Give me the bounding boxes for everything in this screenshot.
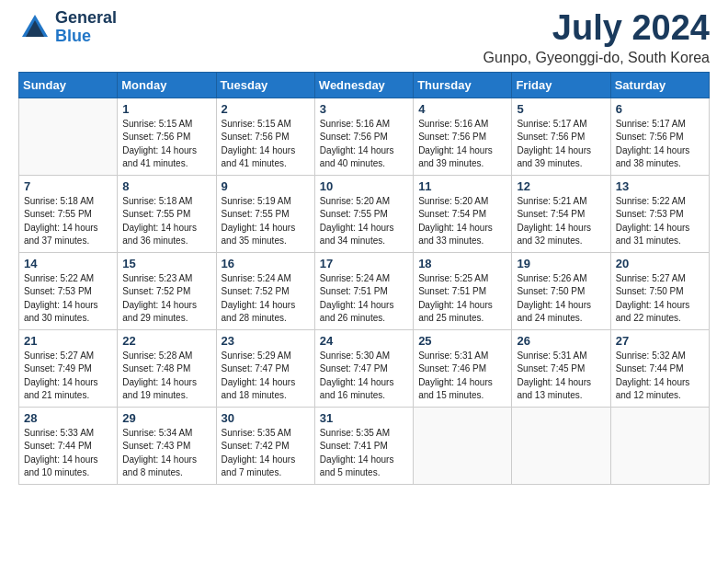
day-info: Sunrise: 5:24 AMSunset: 7:51 PMDaylight:… (320, 272, 408, 326)
day-number: 28 (24, 411, 112, 425)
weekday-header: Friday (512, 72, 610, 98)
day-info: Sunrise: 5:15 AMSunset: 7:56 PMDaylight:… (222, 118, 310, 171)
calendar-day-cell: 13Sunrise: 5:22 AMSunset: 7:53 PMDayligh… (610, 175, 709, 252)
day-info: Sunrise: 5:17 AMSunset: 7:56 PMDaylight:… (517, 118, 605, 171)
calendar-day-cell: 15Sunrise: 5:23 AMSunset: 7:52 PMDayligh… (118, 252, 216, 329)
page-header: General Blue July 2024 Gunpo, Gyeonggi-d… (18, 9, 710, 66)
calendar-day-cell (414, 407, 512, 484)
calendar-week-row: 7Sunrise: 5:18 AMSunset: 7:55 PMDaylight… (19, 175, 710, 252)
calendar-day-cell: 26Sunrise: 5:31 AMSunset: 7:45 PMDayligh… (512, 329, 610, 407)
logo-icon (18, 11, 51, 44)
calendar-day-cell: 16Sunrise: 5:24 AMSunset: 7:52 PMDayligh… (216, 252, 314, 329)
day-info: Sunrise: 5:28 AMSunset: 7:48 PMDaylight:… (122, 350, 210, 403)
calendar-table: SundayMondayTuesdayWednesdayThursdayFrid… (18, 72, 710, 485)
calendar-day-cell: 5Sunrise: 5:17 AMSunset: 7:56 PMDaylight… (512, 98, 610, 175)
day-number: 25 (418, 334, 506, 348)
weekday-header: Tuesday (216, 72, 314, 98)
calendar-day-cell: 8Sunrise: 5:18 AMSunset: 7:55 PMDaylight… (118, 175, 216, 252)
logo: General Blue (18, 9, 117, 46)
day-number: 22 (122, 334, 210, 348)
day-number: 17 (320, 257, 408, 270)
month-title: July 2024 (483, 9, 710, 48)
day-info: Sunrise: 5:21 AMSunset: 7:54 PMDaylight:… (517, 195, 605, 248)
day-info: Sunrise: 5:23 AMSunset: 7:52 PMDaylight:… (122, 272, 210, 326)
day-info: Sunrise: 5:20 AMSunset: 7:55 PMDaylight:… (320, 195, 408, 248)
day-info: Sunrise: 5:22 AMSunset: 7:53 PMDaylight:… (24, 272, 112, 326)
day-number: 11 (418, 179, 506, 193)
day-number: 30 (222, 411, 310, 425)
day-info: Sunrise: 5:32 AMSunset: 7:44 PMDaylight:… (616, 350, 704, 403)
day-number: 9 (222, 179, 310, 193)
day-info: Sunrise: 5:24 AMSunset: 7:52 PMDaylight:… (222, 272, 310, 326)
day-number: 13 (616, 179, 704, 193)
calendar-day-cell: 31Sunrise: 5:35 AMSunset: 7:41 PMDayligh… (314, 407, 413, 484)
day-number: 15 (122, 257, 210, 270)
calendar-day-cell: 21Sunrise: 5:27 AMSunset: 7:49 PMDayligh… (19, 329, 118, 407)
day-info: Sunrise: 5:15 AMSunset: 7:56 PMDaylight:… (122, 118, 210, 171)
weekday-header: Sunday (19, 72, 118, 98)
calendar-day-cell: 23Sunrise: 5:29 AMSunset: 7:47 PMDayligh… (216, 329, 314, 407)
day-info: Sunrise: 5:31 AMSunset: 7:46 PMDaylight:… (418, 350, 506, 403)
calendar-day-cell: 29Sunrise: 5:34 AMSunset: 7:43 PMDayligh… (118, 407, 216, 484)
day-number: 19 (517, 257, 605, 270)
calendar-day-cell: 25Sunrise: 5:31 AMSunset: 7:46 PMDayligh… (414, 329, 512, 407)
day-number: 24 (320, 334, 408, 348)
calendar-week-row: 1Sunrise: 5:15 AMSunset: 7:56 PMDaylight… (19, 98, 710, 175)
day-number: 14 (24, 257, 112, 270)
weekday-header: Wednesday (314, 72, 413, 98)
day-info: Sunrise: 5:25 AMSunset: 7:51 PMDaylight:… (418, 272, 506, 326)
calendar-day-cell (19, 98, 118, 175)
day-info: Sunrise: 5:35 AMSunset: 7:42 PMDaylight:… (222, 427, 310, 480)
day-number: 12 (517, 179, 605, 193)
location: Gunpo, Gyeonggi-do, South Korea (483, 50, 710, 66)
day-number: 16 (222, 257, 310, 270)
calendar-day-cell: 27Sunrise: 5:32 AMSunset: 7:44 PMDayligh… (610, 329, 709, 407)
calendar-day-cell: 30Sunrise: 5:35 AMSunset: 7:42 PMDayligh… (216, 407, 314, 484)
calendar-day-cell: 24Sunrise: 5:30 AMSunset: 7:47 PMDayligh… (314, 329, 413, 407)
day-info: Sunrise: 5:17 AMSunset: 7:56 PMDaylight:… (616, 118, 704, 171)
day-number: 2 (222, 102, 310, 116)
day-info: Sunrise: 5:18 AMSunset: 7:55 PMDaylight:… (122, 195, 210, 248)
logo-text: General Blue (55, 9, 117, 46)
calendar-day-cell: 11Sunrise: 5:20 AMSunset: 7:54 PMDayligh… (414, 175, 512, 252)
logo-blue: Blue (55, 28, 117, 46)
day-info: Sunrise: 5:26 AMSunset: 7:50 PMDaylight:… (517, 272, 605, 326)
calendar-day-cell: 7Sunrise: 5:18 AMSunset: 7:55 PMDaylight… (19, 175, 118, 252)
calendar-day-cell: 12Sunrise: 5:21 AMSunset: 7:54 PMDayligh… (512, 175, 610, 252)
day-number: 5 (517, 102, 605, 116)
weekday-header: Thursday (414, 72, 512, 98)
day-info: Sunrise: 5:16 AMSunset: 7:56 PMDaylight:… (418, 118, 506, 171)
calendar-week-row: 28Sunrise: 5:33 AMSunset: 7:44 PMDayligh… (19, 407, 710, 484)
day-number: 31 (320, 411, 408, 425)
logo-general: General (55, 9, 117, 28)
calendar-day-cell: 1Sunrise: 5:15 AMSunset: 7:56 PMDaylight… (118, 98, 216, 175)
calendar-day-cell: 6Sunrise: 5:17 AMSunset: 7:56 PMDaylight… (610, 98, 709, 175)
day-number: 1 (122, 102, 210, 116)
day-number: 3 (320, 102, 408, 116)
calendar-header-row: SundayMondayTuesdayWednesdayThursdayFrid… (19, 72, 710, 98)
weekday-header: Monday (118, 72, 216, 98)
day-info: Sunrise: 5:30 AMSunset: 7:47 PMDaylight:… (320, 350, 408, 403)
calendar-day-cell: 4Sunrise: 5:16 AMSunset: 7:56 PMDaylight… (414, 98, 512, 175)
calendar-day-cell: 14Sunrise: 5:22 AMSunset: 7:53 PMDayligh… (19, 252, 118, 329)
day-info: Sunrise: 5:34 AMSunset: 7:43 PMDaylight:… (122, 427, 210, 480)
calendar-day-cell: 18Sunrise: 5:25 AMSunset: 7:51 PMDayligh… (414, 252, 512, 329)
day-number: 7 (24, 179, 112, 193)
calendar-week-row: 14Sunrise: 5:22 AMSunset: 7:53 PMDayligh… (19, 252, 710, 329)
day-info: Sunrise: 5:35 AMSunset: 7:41 PMDaylight:… (320, 427, 408, 480)
day-number: 6 (616, 102, 704, 116)
day-info: Sunrise: 5:22 AMSunset: 7:53 PMDaylight:… (616, 195, 704, 248)
calendar-day-cell (512, 407, 610, 484)
day-info: Sunrise: 5:20 AMSunset: 7:54 PMDaylight:… (418, 195, 506, 248)
calendar-day-cell: 19Sunrise: 5:26 AMSunset: 7:50 PMDayligh… (512, 252, 610, 329)
calendar-week-row: 21Sunrise: 5:27 AMSunset: 7:49 PMDayligh… (19, 329, 710, 407)
calendar-day-cell: 20Sunrise: 5:27 AMSunset: 7:50 PMDayligh… (610, 252, 709, 329)
day-number: 8 (122, 179, 210, 193)
calendar-day-cell: 17Sunrise: 5:24 AMSunset: 7:51 PMDayligh… (314, 252, 413, 329)
day-number: 23 (222, 334, 310, 348)
title-block: July 2024 Gunpo, Gyeonggi-do, South Kore… (483, 9, 710, 66)
calendar-day-cell: 9Sunrise: 5:19 AMSunset: 7:55 PMDaylight… (216, 175, 314, 252)
day-number: 27 (616, 334, 704, 348)
day-number: 18 (418, 257, 506, 270)
day-info: Sunrise: 5:18 AMSunset: 7:55 PMDaylight:… (24, 195, 112, 248)
